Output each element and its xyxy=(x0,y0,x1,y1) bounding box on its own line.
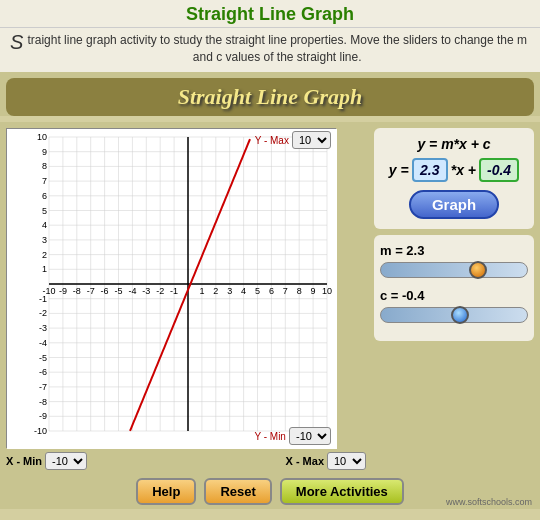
multiply-label: *x + xyxy=(451,162,476,178)
y-equals: y = xyxy=(389,162,409,178)
equation-line1: y = m*x + c xyxy=(380,136,528,152)
header: Straight Line Graph xyxy=(0,0,540,28)
x-max-label: X - Max xyxy=(285,455,324,467)
page-title: Straight Line Graph xyxy=(0,4,540,25)
graph-button[interactable]: Graph xyxy=(409,190,499,219)
m-slider-track[interactable] xyxy=(380,262,528,278)
help-button[interactable]: Help xyxy=(136,478,196,505)
y-min-graph-label: Y - Min -10-5-20 xyxy=(254,427,331,445)
m-slider-thumb[interactable] xyxy=(469,261,487,279)
equation-line2: y = 2.3 *x + -0.4 xyxy=(380,158,528,182)
bottom-controls: X - Min -10-5-20 X - Max 10520 xyxy=(6,452,366,470)
description-first-letter: S xyxy=(10,32,23,52)
footer: Help Reset More Activities www.softschoo… xyxy=(0,474,540,509)
more-activities-button[interactable]: More Activities xyxy=(280,478,404,505)
banner-wrapper: Straight Line Graph xyxy=(0,72,540,116)
x-min-control: X - Min -10-5-20 xyxy=(6,452,87,470)
c-slider-label: c = -0.4 xyxy=(380,288,528,303)
c-value-box[interactable]: -0.4 xyxy=(479,158,519,182)
m-slider-label: m = 2.3 xyxy=(380,243,528,258)
m-value-box[interactable]: 2.3 xyxy=(412,158,448,182)
graph-canvas xyxy=(7,129,337,449)
x-max-control: X - Max 10520 xyxy=(285,452,366,470)
banner: Straight Line Graph xyxy=(6,78,534,116)
reset-button[interactable]: Reset xyxy=(204,478,271,505)
y-min-select-graph[interactable]: -10-5-20 xyxy=(289,427,331,445)
c-slider-thumb[interactable] xyxy=(451,306,469,324)
sliders-area: m = 2.3 c = -0.4 xyxy=(374,235,534,341)
x-min-label: X - Min xyxy=(6,455,42,467)
right-panel: y = m*x + c y = 2.3 *x + -0.4 Graph m = … xyxy=(374,128,534,470)
y-max-select-graph[interactable]: 10520 xyxy=(292,131,331,149)
x-max-select[interactable]: 10520 xyxy=(327,452,366,470)
description-text: traight line graph activity to study the… xyxy=(27,33,527,64)
main-area: Y - Max 10520 Y - Min -10-5-20 X - Min -… xyxy=(0,122,540,474)
x-min-select[interactable]: -10-5-20 xyxy=(45,452,87,470)
watermark: www.softschools.com xyxy=(446,497,532,507)
banner-title: Straight Line Graph xyxy=(6,84,534,110)
c-slider-track[interactable] xyxy=(380,307,528,323)
y-max-graph-label: Y - Max 10520 xyxy=(255,131,331,149)
graph-container: Y - Max 10520 Y - Min -10-5-20 xyxy=(6,128,336,448)
left-panel: Y - Max 10520 Y - Min -10-5-20 X - Min -… xyxy=(6,128,366,470)
description: S traight line graph activity to study t… xyxy=(0,28,540,72)
equation-area: y = m*x + c y = 2.3 *x + -0.4 Graph xyxy=(374,128,534,229)
